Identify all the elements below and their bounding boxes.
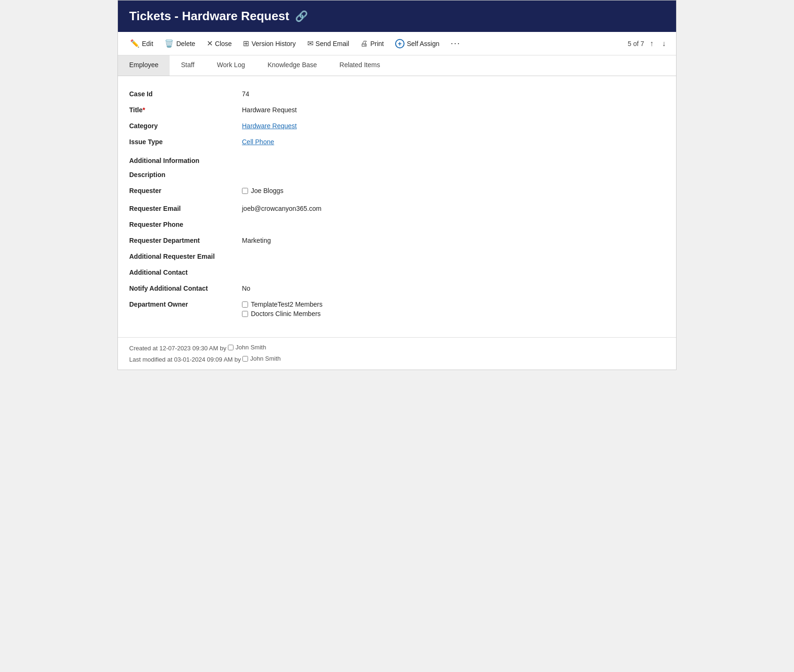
requester-department-value: Marketing bbox=[242, 236, 665, 244]
nav-down-button[interactable]: ↓ bbox=[659, 38, 669, 50]
modified-info: Last modified at 03-01-2024 09:09 AM by … bbox=[129, 354, 665, 365]
additional-requester-email-value bbox=[242, 252, 665, 253]
modified-by-checkbox-input[interactable] bbox=[242, 356, 248, 362]
print-icon: 🖨 bbox=[360, 39, 368, 48]
issue-type-value: Cell Phone bbox=[242, 137, 665, 146]
case-id-label: Case Id bbox=[129, 89, 242, 98]
department-owner-item-1: TemplateTest2 Members bbox=[242, 301, 665, 308]
issue-type-link[interactable]: Cell Phone bbox=[242, 138, 274, 146]
tab-staff[interactable]: Staff bbox=[170, 55, 206, 76]
tab-employee[interactable]: Employee bbox=[118, 55, 170, 76]
requester-row: Requester Joe Bloggs bbox=[129, 182, 665, 200]
title-value: Hardware Request bbox=[242, 105, 665, 114]
send-email-button[interactable]: ✉ Send Email bbox=[303, 36, 354, 51]
delete-icon: 🗑️ bbox=[164, 39, 174, 48]
notify-additional-contact-value: No bbox=[242, 284, 665, 292]
description-row: Description bbox=[129, 166, 665, 182]
close-icon: ✕ bbox=[207, 39, 213, 48]
requester-email-row: Requester Email joeb@crowcanyon365.com bbox=[129, 200, 665, 216]
requester-checkbox-item: Joe Bloggs bbox=[242, 187, 665, 194]
self-assign-button[interactable]: + Self Assign bbox=[390, 36, 444, 51]
modified-by-checkbox: John Smith bbox=[242, 354, 280, 364]
page-footer: Created at 12-07-2023 09:30 AM by John S… bbox=[118, 337, 676, 370]
requester-checkbox[interactable] bbox=[242, 188, 248, 194]
edit-button[interactable]: ✏️ Edit bbox=[125, 36, 158, 51]
tab-work-log[interactable]: Work Log bbox=[206, 55, 257, 76]
department-owner-item-2: Doctors Clinic Members bbox=[242, 310, 665, 317]
requester-label: Requester bbox=[129, 186, 242, 194]
tab-related-items[interactable]: Related Items bbox=[328, 55, 391, 76]
notify-additional-contact-label: Notify Additional Contact bbox=[129, 284, 242, 292]
tab-knowledge-base[interactable]: Knowledge Base bbox=[256, 55, 328, 76]
notify-additional-contact-row: Notify Additional Contact No bbox=[129, 280, 665, 296]
pagination: 5 of 7 ↑ ↓ bbox=[628, 38, 669, 50]
requester-value: Joe Bloggs bbox=[242, 186, 665, 196]
category-row: Category Hardware Request bbox=[129, 117, 665, 133]
self-assign-icon: + bbox=[395, 39, 405, 48]
description-value bbox=[242, 170, 665, 171]
category-link[interactable]: Hardware Request bbox=[242, 122, 297, 130]
requester-phone-value bbox=[242, 220, 665, 221]
requester-department-row: Requester Department Marketing bbox=[129, 232, 665, 248]
department-owner-checkbox-2[interactable] bbox=[242, 311, 248, 317]
close-button[interactable]: ✕ Close bbox=[202, 36, 237, 51]
department-owner-value: TemplateTest2 Members Doctors Clinic Mem… bbox=[242, 300, 665, 319]
title-row: Title* Hardware Request bbox=[129, 101, 665, 117]
delete-button[interactable]: 🗑️ Delete bbox=[160, 36, 200, 51]
additional-requester-email-row: Additional Requester Email bbox=[129, 248, 665, 264]
additional-contact-label: Additional Contact bbox=[129, 268, 242, 276]
title-label: Title* bbox=[129, 105, 242, 114]
additional-information-heading: Additional Information bbox=[129, 149, 665, 166]
tabs-container: Employee Staff Work Log Knowledge Base R… bbox=[118, 55, 676, 76]
page-header: Tickets - Hardware Request 🔗 bbox=[118, 0, 676, 32]
page-title: Tickets - Hardware Request bbox=[129, 9, 289, 23]
requester-email-label: Requester Email bbox=[129, 204, 242, 212]
issue-type-label: Issue Type bbox=[129, 137, 242, 146]
created-by-checkbox: John Smith bbox=[228, 342, 266, 353]
case-id-row: Case Id 74 bbox=[129, 85, 665, 101]
category-value: Hardware Request bbox=[242, 121, 665, 130]
department-owner-label: Department Owner bbox=[129, 300, 242, 308]
requester-phone-label: Requester Phone bbox=[129, 220, 242, 228]
version-history-button[interactable]: ⊞ Version History bbox=[238, 36, 300, 51]
created-by-checkbox-input[interactable] bbox=[228, 345, 234, 350]
content-area: Case Id 74 Title* Hardware Request Categ… bbox=[118, 76, 676, 337]
category-label: Category bbox=[129, 121, 242, 130]
more-button[interactable]: ··· bbox=[446, 36, 465, 51]
additional-contact-value bbox=[242, 268, 665, 269]
description-label: Description bbox=[129, 170, 242, 178]
additional-contact-row: Additional Contact bbox=[129, 264, 665, 280]
send-email-icon: ✉ bbox=[307, 39, 313, 48]
additional-requester-email-label: Additional Requester Email bbox=[129, 252, 242, 260]
requester-email-value: joeb@crowcanyon365.com bbox=[242, 204, 665, 212]
requester-department-label: Requester Department bbox=[129, 236, 242, 244]
case-id-value: 74 bbox=[242, 89, 665, 98]
department-owner-checkbox-1[interactable] bbox=[242, 301, 248, 308]
issue-type-row: Issue Type Cell Phone bbox=[129, 133, 665, 149]
version-history-icon: ⊞ bbox=[243, 39, 249, 48]
link-icon[interactable]: 🔗 bbox=[295, 10, 308, 23]
nav-up-button[interactable]: ↑ bbox=[647, 38, 656, 50]
requester-phone-row: Requester Phone bbox=[129, 216, 665, 232]
department-owner-row: Department Owner TemplateTest2 Members D… bbox=[129, 296, 665, 323]
edit-icon: ✏️ bbox=[130, 39, 140, 48]
print-button[interactable]: 🖨 Print bbox=[356, 37, 389, 51]
created-info: Created at 12-07-2023 09:30 AM by John S… bbox=[129, 342, 665, 354]
toolbar: ✏️ Edit 🗑️ Delete ✕ Close ⊞ Version Hist… bbox=[118, 32, 676, 55]
